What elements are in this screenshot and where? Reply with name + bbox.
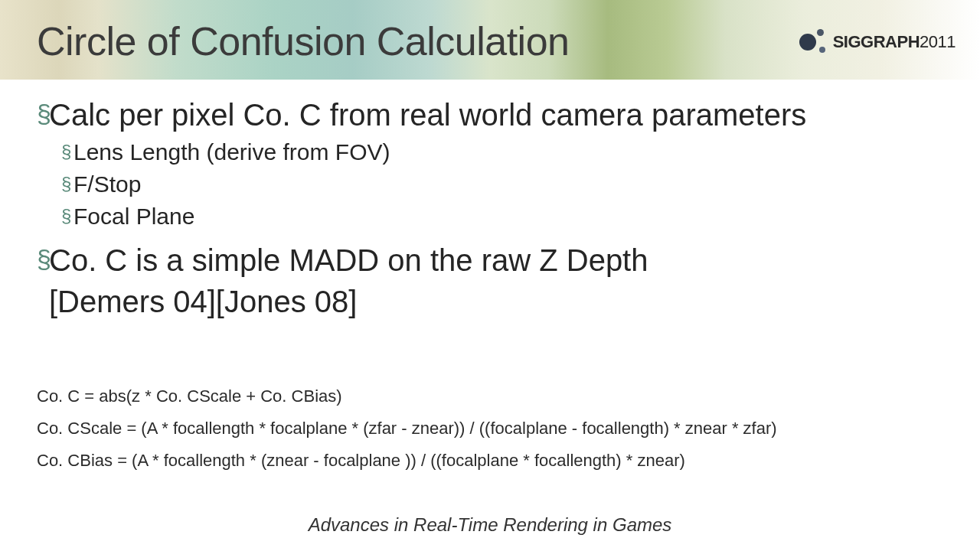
logo-mark-icon (799, 29, 825, 55)
bullet-text: Co. C is a simple MADD on the raw Z Dept… (49, 242, 648, 279)
footer-text: Advances in Real-Time Rendering in Games (0, 514, 980, 536)
bullet-level1: § Co. C is a simple MADD on the raw Z De… (37, 242, 943, 279)
logo-brand: SIGGRAPH (833, 32, 920, 51)
bullet-text: F/Stop (74, 170, 141, 199)
bullet-icon: § (61, 138, 74, 167)
siggraph-logo: SIGGRAPH2011 (799, 29, 956, 55)
equation: Co. CBias = (A * focallength * (znear - … (37, 450, 943, 471)
bullet-level2: § F/Stop (61, 170, 943, 199)
equation: Co. C = abs(z * Co. CScale + Co. CBias) (37, 386, 943, 407)
slide-title: Circle of Confusion Calculation (37, 18, 570, 64)
logo-text: SIGGRAPH2011 (833, 32, 956, 52)
bullet-icon: § (61, 202, 74, 231)
bullet-level2: § Focal Plane (61, 202, 943, 231)
bullet-text: Focal Plane (74, 202, 194, 231)
equations-block: Co. C = abs(z * Co. CScale + Co. CBias) … (37, 386, 943, 471)
bullet-text: Lens Length (derive from FOV) (74, 138, 390, 167)
bullet-text: [Demers 04][Jones 08] (49, 283, 357, 320)
bullet-level1-continuation: [Demers 04][Jones 08] (37, 283, 943, 320)
bullet-text: Calc per pixel Co. C from real world cam… (49, 96, 806, 133)
equation: Co. CScale = (A * focallength * focalpla… (37, 418, 943, 439)
bullet-icon: § (37, 96, 49, 133)
bullet-level2: § Lens Length (derive from FOV) (61, 138, 943, 167)
bullet-icon: § (61, 170, 74, 199)
bullet-icon: § (37, 242, 49, 279)
bullet-level1: § Calc per pixel Co. C from real world c… (37, 96, 943, 133)
slide: Circle of Confusion Calculation SIGGRAPH… (0, 0, 980, 551)
slide-body: § Calc per pixel Co. C from real world c… (37, 96, 943, 482)
logo-year: 2011 (920, 32, 956, 51)
